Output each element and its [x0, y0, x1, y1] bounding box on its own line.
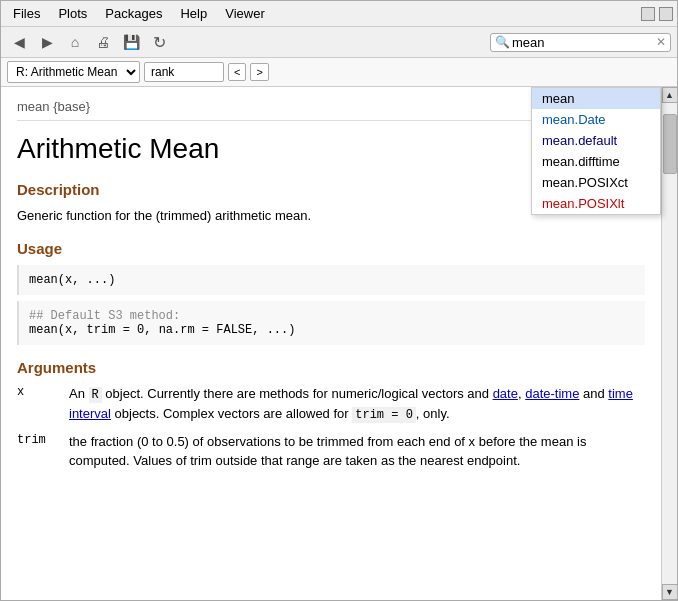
refresh-button[interactable]: ↻ — [147, 30, 171, 54]
menu-packages[interactable]: Packages — [97, 3, 170, 24]
maximize-btn[interactable] — [659, 7, 673, 21]
autocomplete-mean-difftime[interactable]: mean.difftime — [532, 151, 660, 172]
search-input[interactable] — [512, 35, 652, 50]
scroll-up-btn[interactable]: ▲ — [662, 87, 678, 103]
autocomplete-mean-date[interactable]: mean.Date — [532, 109, 660, 130]
back-button[interactable]: ◀ — [7, 30, 31, 54]
autocomplete-mean-posixct[interactable]: mean.POSIXct — [532, 172, 660, 193]
menu-help[interactable]: Help — [172, 3, 215, 24]
scrollbar-thumb[interactable] — [663, 114, 677, 174]
section-usage-title: Usage — [17, 240, 645, 257]
print-button[interactable]: 🖨 — [91, 30, 115, 54]
home-button[interactable]: ⌂ — [63, 30, 87, 54]
rank-input[interactable] — [144, 62, 224, 82]
link-date-time[interactable]: date-time — [525, 386, 579, 401]
autocomplete-mean[interactable]: mean — [532, 88, 660, 109]
topic-select[interactable]: R: Arithmetic Mean — [7, 61, 140, 83]
section-arguments-title: Arguments — [17, 359, 645, 376]
search-icon: 🔍 — [495, 35, 510, 49]
minimize-btn[interactable] — [641, 7, 655, 21]
arg-trim-name: trim — [17, 432, 53, 471]
r-inline: R — [89, 387, 102, 403]
menubar: Files Plots Packages Help Viewer — [1, 1, 677, 27]
search-clear-icon[interactable]: ✕ — [656, 35, 666, 49]
arg-x-desc: An R object. Currently there are methods… — [69, 384, 645, 424]
autocomplete-mean-default[interactable]: mean.default — [532, 130, 660, 151]
scrollbar-track[interactable] — [663, 104, 677, 583]
usage-code1: mean(x, ...) — [17, 265, 645, 295]
save-button[interactable]: 💾 — [119, 30, 143, 54]
scroll-down-btn[interactable]: ▼ — [662, 584, 678, 600]
arg-trim-desc: the fraction (0 to 0.5) of observations … — [69, 432, 645, 471]
forward-button[interactable]: ▶ — [35, 30, 59, 54]
content-wrapper: mean {base} R Do Arithmetic Mean Descrip… — [1, 87, 677, 600]
toolbar: ◀ ▶ ⌂ 🖨 💾 ↻ 🔍 ✕ — [1, 27, 677, 58]
arg-trim-row: trim the fraction (0 to 0.5) of observat… — [17, 432, 645, 471]
doc-header-left: mean {base} — [17, 99, 90, 114]
arg-x-row: x An R object. Currently there are metho… — [17, 384, 645, 424]
autocomplete-mean-posixlt[interactable]: mean.POSIXlt — [532, 193, 660, 214]
scrollbar: ▲ ▼ — [661, 87, 677, 600]
link-date[interactable]: date — [493, 386, 518, 401]
arg-x-name: x — [17, 384, 53, 424]
prev-button[interactable]: < — [228, 63, 246, 81]
search-container: 🔍 ✕ — [490, 33, 671, 52]
next-button[interactable]: > — [250, 63, 268, 81]
usage-code2: ## Default S3 method: mean(x, trim = 0, … — [17, 301, 645, 345]
trim-code: trim = 0 — [352, 407, 416, 423]
menu-viewer[interactable]: Viewer — [217, 3, 273, 24]
menu-files[interactable]: Files — [5, 3, 48, 24]
arguments-table: x An R object. Currently there are metho… — [17, 384, 645, 471]
autocomplete-dropdown: mean mean.Date mean.default mean.difftim… — [531, 87, 661, 215]
navbar: R: Arithmetic Mean < > — [1, 58, 677, 87]
menu-plots[interactable]: Plots — [50, 3, 95, 24]
